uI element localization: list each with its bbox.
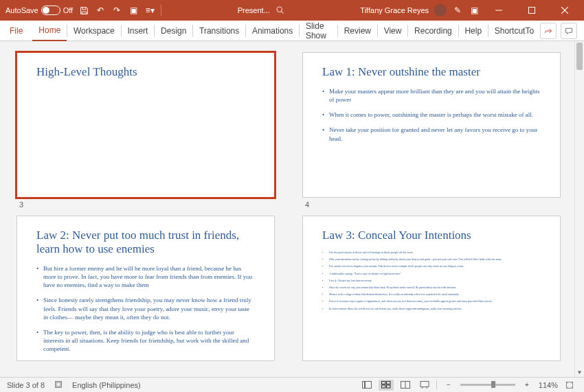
- slide-bullet: Once the words are out, you cannot take …: [322, 286, 541, 289]
- slide-sorter-button[interactable]: [379, 380, 394, 391]
- zoom-in-button[interactable]: +: [519, 380, 535, 391]
- avatar[interactable]: [434, 4, 447, 16]
- language-indicator[interactable]: English (Philippines): [72, 381, 141, 389]
- zoom-slider[interactable]: [460, 384, 515, 386]
- comments-button[interactable]: [561, 23, 577, 39]
- minimize-button[interactable]: [485, 0, 513, 21]
- svg-rect-13: [386, 385, 390, 388]
- slide-bullet: The key to power, then, is the ability t…: [36, 328, 255, 353]
- search-icon[interactable]: [276, 5, 284, 16]
- zoom-out-button[interactable]: −: [441, 380, 456, 391]
- slide-bullet: When it comes to power, outshining the m…: [322, 111, 541, 119]
- slide-bullet: But hire a former enemy and he will be m…: [36, 264, 255, 289]
- slide-thumbnail[interactable]: High-Level Thoughts: [16, 52, 275, 198]
- scrollbar-thumb[interactable]: [576, 43, 583, 70]
- tab-insert[interactable]: Insert: [121, 21, 154, 41]
- slide-bullet: In conversation: Since the words you use…: [322, 307, 541, 310]
- redo-icon[interactable]: ↷: [111, 5, 122, 16]
- slide-thumbnail[interactable]: Law 3: Conceal Your IntentionsUse decoye…: [302, 216, 561, 361]
- slide-sorter-view: High-Level Thoughts3Law 1: Never outshin…: [0, 41, 584, 377]
- slide-bullet: Silence is the refuge of those that dist…: [322, 292, 541, 296]
- slide-bullet: Power is in many ways a game of appearan…: [322, 299, 541, 303]
- slide-thumbnail[interactable]: Law 1: Never outshine the masterMake you…: [302, 52, 561, 198]
- svg-rect-12: [381, 385, 385, 388]
- vertical-scrollbar[interactable]: ▲ ▼: [574, 41, 584, 377]
- svg-rect-8: [362, 382, 364, 389]
- accessibility-icon[interactable]: [54, 380, 63, 390]
- statusbar: Slide 3 of 8 English (Philippines) − + 1…: [0, 377, 584, 392]
- start-slideshow-icon[interactable]: ▣: [128, 5, 139, 16]
- tab-review[interactable]: Review: [338, 21, 377, 41]
- maximize-button[interactable]: [518, 0, 546, 21]
- svg-rect-16: [420, 382, 429, 387]
- svg-point-0: [277, 7, 282, 12]
- tab-shortcutto[interactable]: ShortcutTo: [488, 21, 540, 41]
- svg-rect-10: [381, 382, 385, 384]
- slide-bullet: Use smoke screens to disguise your actio…: [322, 264, 541, 268]
- tab-recording[interactable]: Recording: [408, 21, 458, 41]
- zoom-level[interactable]: 114%: [539, 381, 558, 389]
- tab-transitions[interactable]: Transitions: [193, 21, 245, 41]
- slide-title: Law 3: Conceal Your Intentions: [322, 229, 541, 242]
- autosave-toggle[interactable]: AutoSave Off: [5, 5, 73, 15]
- svg-rect-3: [529, 8, 535, 14]
- ribbon-display-icon[interactable]: ▣: [469, 5, 480, 16]
- slide-title: Law 2: Never put too much trust in frien…: [36, 229, 255, 256]
- slide-bullet: Since honesty rarely strengthens friends…: [36, 296, 255, 321]
- slide-title: High-Level Thoughts: [36, 65, 255, 79]
- svg-rect-11: [386, 382, 390, 384]
- close-button[interactable]: [551, 0, 579, 21]
- slideshow-button[interactable]: [417, 380, 432, 391]
- slide-bullet: Never take your position for granted and…: [322, 126, 541, 142]
- slide-title: Law 1: Never outshine the master: [322, 65, 541, 79]
- document-title: Present...: [238, 6, 270, 14]
- slide-bullet: Use decoyed objects of desire and red he…: [322, 251, 541, 254]
- slide-counter[interactable]: Slide 3 of 8: [7, 381, 45, 389]
- scroll-down-icon[interactable]: ▼: [575, 367, 584, 377]
- svg-rect-7: [56, 382, 60, 387]
- slide-number: 3: [16, 200, 282, 209]
- tab-home[interactable]: Home: [32, 21, 67, 41]
- slide-number: 4: [302, 200, 568, 209]
- ribbon: FileHomeWorkspaceInsertDesignTransitions…: [0, 21, 584, 41]
- tab-workspace[interactable]: Workspace: [67, 21, 121, 41]
- slide-bullet: A fashionable saying: "Tout ce qui est s…: [322, 272, 541, 275]
- titlebar: AutoSave Off ↶ ↷ ▣ ≡▾ Present... Tiffany…: [0, 0, 584, 21]
- undo-icon[interactable]: ↶: [95, 5, 106, 16]
- slide-bullet: Law 4: Always say less than necessary: [322, 279, 541, 282]
- svg-line-1: [281, 11, 283, 13]
- svg-rect-9: [365, 382, 371, 389]
- reading-view-button[interactable]: [398, 380, 413, 391]
- tab-design[interactable]: Design: [155, 21, 192, 41]
- pen-icon[interactable]: ✎: [452, 5, 463, 16]
- slide-thumbnail[interactable]: Law 2: Never put too much trust in frien…: [16, 216, 275, 361]
- toggle-icon: [41, 5, 60, 15]
- tab-animations[interactable]: Animations: [246, 21, 299, 41]
- slide-bullet: Hide your intentions not by closing up b…: [322, 257, 541, 261]
- tab-file[interactable]: File: [0, 21, 32, 41]
- save-icon[interactable]: [78, 5, 89, 16]
- list-icon[interactable]: ≡▾: [144, 5, 155, 16]
- tab-help[interactable]: Help: [458, 21, 488, 41]
- normal-view-button[interactable]: [359, 380, 374, 391]
- fit-to-window-button[interactable]: [562, 380, 577, 391]
- user-name: Tiffany Grace Reyes: [360, 6, 429, 14]
- share-button[interactable]: [540, 23, 557, 39]
- tab-slide-show[interactable]: Slide Show: [300, 21, 337, 41]
- tab-view[interactable]: View: [378, 21, 408, 41]
- slide-bullet: Make your masters appear more brilliant …: [322, 87, 541, 104]
